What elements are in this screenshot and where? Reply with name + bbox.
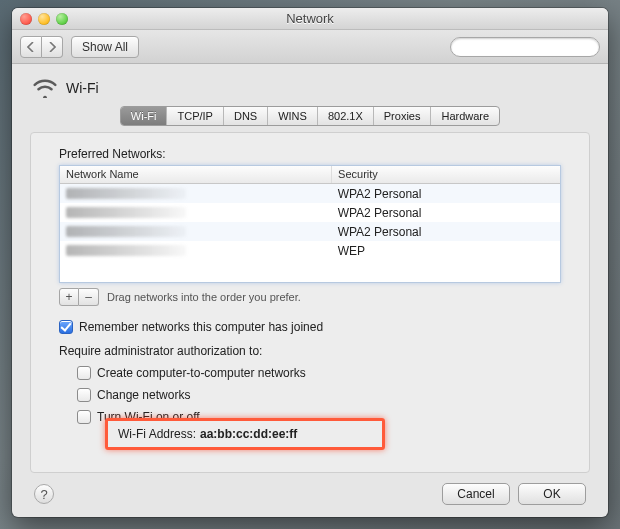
pane-header: Wi-Fi xyxy=(32,76,590,100)
chevron-left-icon xyxy=(27,42,35,52)
table-header: Network Name Security xyxy=(60,166,560,184)
redacted-network-name xyxy=(66,226,186,237)
wifi-address-value: aa:bb:cc:dd:ee:ff xyxy=(200,427,297,441)
add-remove-row: + – Drag networks into the order you pre… xyxy=(59,288,561,306)
pane-title: Wi-Fi xyxy=(66,80,99,96)
change-networks-label: Change networks xyxy=(97,388,190,402)
network-preferences-window: Network Show All Wi-Fi Wi-Fi TCP/IP xyxy=(12,8,608,517)
change-networks-row: Change networks xyxy=(77,388,561,402)
footer: ? Cancel OK xyxy=(30,473,590,505)
remove-network-button[interactable]: – xyxy=(79,288,99,306)
wifi-address-highlight: Wi-Fi Address: aa:bb:cc:dd:ee:ff xyxy=(105,418,385,450)
tab-wins[interactable]: WINS xyxy=(268,107,318,125)
remember-networks-row: Remember networks this computer has join… xyxy=(59,320,561,334)
window-title: Network xyxy=(12,11,608,26)
back-button[interactable] xyxy=(20,36,42,58)
minimize-window-button[interactable] xyxy=(38,13,50,25)
cell-security: WPA2 Personal xyxy=(332,225,560,239)
forward-button[interactable] xyxy=(42,36,63,58)
search-input[interactable] xyxy=(461,41,599,53)
table-body: WPA2 Personal WPA2 Personal WPA2 Persona… xyxy=(60,184,560,282)
redacted-network-name xyxy=(66,188,186,199)
require-auth-label: Require administrator authorization to: xyxy=(59,344,561,358)
column-network-name[interactable]: Network Name xyxy=(60,166,332,183)
change-networks-checkbox[interactable] xyxy=(77,388,91,402)
redacted-network-name xyxy=(66,207,186,218)
show-all-button[interactable]: Show All xyxy=(71,36,139,58)
tabs: Wi-Fi TCP/IP DNS WINS 802.1X Proxies Har… xyxy=(120,106,500,126)
table-row[interactable]: WEP xyxy=(60,241,560,260)
tab-dns[interactable]: DNS xyxy=(224,107,268,125)
create-networks-row: Create computer-to-computer networks xyxy=(77,366,561,380)
nav-buttons xyxy=(20,36,63,58)
chevron-right-icon xyxy=(48,42,56,52)
ok-button[interactable]: OK xyxy=(518,483,586,505)
titlebar: Network xyxy=(12,8,608,30)
search-field[interactable] xyxy=(450,37,600,57)
zoom-window-button[interactable] xyxy=(56,13,68,25)
help-button[interactable]: ? xyxy=(34,484,54,504)
cell-security: WPA2 Personal xyxy=(332,206,560,220)
add-network-button[interactable]: + xyxy=(59,288,79,306)
tab-wifi[interactable]: Wi-Fi xyxy=(121,107,168,125)
wifi-address-label: Wi-Fi Address: xyxy=(118,427,196,441)
wifi-icon xyxy=(32,76,58,100)
preferred-networks-table[interactable]: Network Name Security WPA2 Personal WPA2… xyxy=(59,165,561,283)
column-security[interactable]: Security xyxy=(332,166,560,183)
cell-security: WEP xyxy=(332,244,560,258)
tab-hardware[interactable]: Hardware xyxy=(431,107,499,125)
drag-hint: Drag networks into the order you prefer. xyxy=(107,291,301,303)
cell-security: WPA2 Personal xyxy=(332,187,560,201)
window-controls xyxy=(20,13,68,25)
remember-networks-checkbox[interactable] xyxy=(59,320,73,334)
table-row[interactable]: WPA2 Personal xyxy=(60,203,560,222)
table-row[interactable]: WPA2 Personal xyxy=(60,222,560,241)
tab-8021x[interactable]: 802.1X xyxy=(318,107,374,125)
remember-networks-label: Remember networks this computer has join… xyxy=(79,320,323,334)
tab-tcpip[interactable]: TCP/IP xyxy=(167,107,223,125)
create-networks-checkbox[interactable] xyxy=(77,366,91,380)
wifi-tab-panel: Preferred Networks: Network Name Securit… xyxy=(30,132,590,473)
table-row[interactable]: WPA2 Personal xyxy=(60,184,560,203)
redacted-network-name xyxy=(66,245,186,256)
preferred-networks-label: Preferred Networks: xyxy=(59,147,561,161)
close-window-button[interactable] xyxy=(20,13,32,25)
tab-proxies[interactable]: Proxies xyxy=(374,107,432,125)
create-networks-label: Create computer-to-computer networks xyxy=(97,366,306,380)
turn-wifi-checkbox[interactable] xyxy=(77,410,91,424)
content: Wi-Fi Wi-Fi TCP/IP DNS WINS 802.1X Proxi… xyxy=(12,64,608,517)
cancel-button[interactable]: Cancel xyxy=(442,483,510,505)
toolbar: Show All xyxy=(12,30,608,64)
